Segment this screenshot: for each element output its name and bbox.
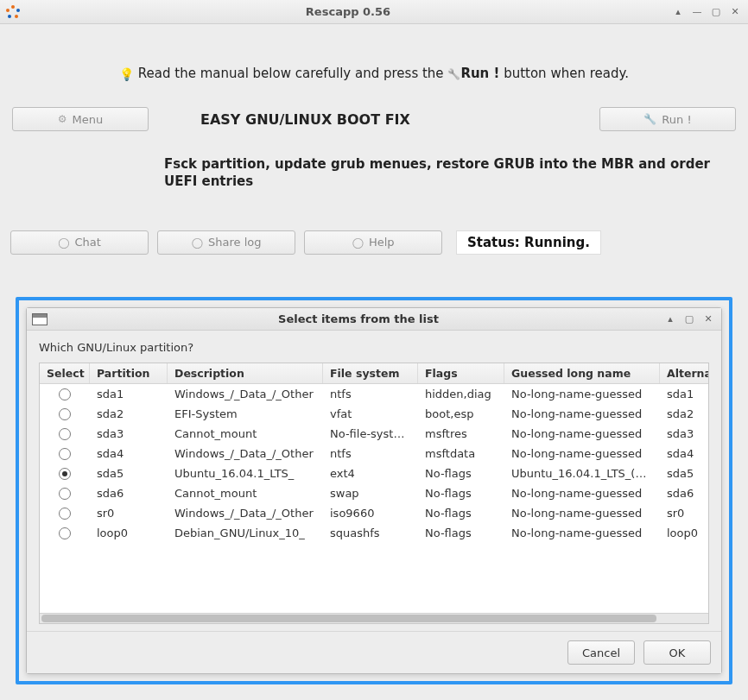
cell-filesystem: squashfs <box>323 527 418 539</box>
cell-filesystem: ntfs <box>323 388 418 400</box>
cell-guessed: Ubuntu_16.04.1_LTS_(16.04) <box>504 467 660 480</box>
svg-point-2 <box>15 15 18 18</box>
cell-select[interactable] <box>40 408 90 420</box>
cell-description: Windows_/_Data_/_Other <box>168 507 323 520</box>
cell-select[interactable] <box>40 527 90 539</box>
share-log-button-label: Share log <box>208 236 261 249</box>
cell-description: Windows_/_Data_/_Other <box>168 388 323 400</box>
cell-filesystem: swap <box>323 487 418 500</box>
cell-flags: hidden,diag <box>418 388 504 400</box>
cell-guessed: No-long-name-guessed <box>504 407 660 420</box>
table-body[interactable]: sda1Windows_/_Data_/_Otherntfshidden,dia… <box>40 384 708 613</box>
cell-flags: msftres <box>418 427 504 440</box>
hint-run-word: Run ! <box>460 66 499 81</box>
cell-alternat: sda4 <box>660 447 708 460</box>
table-row[interactable]: loop0Debian_GNU/Linux_10_squashfsNo-flag… <box>40 523 708 543</box>
chat-button-label: Chat <box>75 236 101 249</box>
cell-partition: sda6 <box>90 487 168 500</box>
cancel-button-label: Cancel <box>582 646 620 659</box>
run-button-label: Run ! <box>662 113 691 126</box>
cell-flags: boot,esp <box>418 407 504 420</box>
cell-guessed: No-long-name-guessed <box>504 487 660 500</box>
status-text: Status: Running. <box>456 230 601 255</box>
table-row[interactable]: sda6Cannot_mountswapNo-flagsNo-long-name… <box>40 483 708 503</box>
cell-flags: No-flags <box>418 527 504 539</box>
cell-partition: loop0 <box>90 527 168 539</box>
table-row[interactable]: sda5Ubuntu_16.04.1_LTS_ext4No-flagsUbunt… <box>40 464 708 483</box>
col-alternat[interactable]: Alternat <box>660 363 709 383</box>
svg-point-0 <box>11 5 15 9</box>
share-log-button[interactable]: ◯ Share log <box>157 230 295 255</box>
cancel-button[interactable]: Cancel <box>567 640 635 665</box>
cell-guessed: No-long-name-guessed <box>504 527 660 539</box>
ok-button[interactable]: OK <box>643 640 711 665</box>
radio-button[interactable] <box>59 468 71 480</box>
radio-button[interactable] <box>59 508 71 520</box>
cell-select[interactable] <box>40 448 90 460</box>
table-row[interactable]: sr0Windows_/_Data_/_Otheriso9660No-flags… <box>40 503 708 523</box>
help-button[interactable]: ◯ Help <box>304 230 442 255</box>
cell-select[interactable] <box>40 508 90 520</box>
cell-select[interactable] <box>40 488 90 500</box>
cell-alternat: sda3 <box>660 427 708 440</box>
col-partition[interactable]: Partition <box>90 363 168 383</box>
col-guessed[interactable]: Guessed long name <box>504 363 660 383</box>
cell-filesystem: ext4 <box>323 467 418 480</box>
cell-alternat: sda6 <box>660 487 708 500</box>
window-restore-icon[interactable]: — <box>689 5 705 19</box>
cell-partition: sda4 <box>90 447 168 460</box>
cell-alternat: sda5 <box>660 467 708 480</box>
run-button[interactable]: 🔧 Run ! <box>599 107 736 131</box>
window-titlebar: Rescapp 0.56 ▴ — ▢ ✕ <box>0 0 748 24</box>
window-close-icon[interactable]: ✕ <box>727 5 743 19</box>
radio-button[interactable] <box>59 488 71 500</box>
cell-select[interactable] <box>40 468 90 480</box>
horizontal-scrollbar[interactable] <box>40 613 708 623</box>
cell-partition: sr0 <box>90 507 168 520</box>
cell-partition: sda2 <box>90 407 168 420</box>
window-title: Rescapp 0.56 <box>26 5 670 18</box>
table-row[interactable]: sda1Windows_/_Data_/_Otherntfshidden,dia… <box>40 384 708 404</box>
cell-select[interactable] <box>40 388 90 400</box>
dialog-titlebar: Select items from the list ▴ ▢ ✕ <box>27 308 721 331</box>
cell-description: Cannot_mount <box>168 487 323 500</box>
cell-description: Ubuntu_16.04.1_LTS_ <box>168 467 323 480</box>
cell-alternat: sda1 <box>660 388 708 400</box>
dialog-maximize-icon[interactable]: ▢ <box>681 312 697 326</box>
help-button-label: Help <box>369 236 395 249</box>
cell-filesystem: ntfs <box>323 447 418 460</box>
cell-guessed: No-long-name-guessed <box>504 447 660 460</box>
radio-button[interactable] <box>59 448 71 460</box>
table-row[interactable]: sda3Cannot_mountNo-file-systemmsftresNo-… <box>40 424 708 444</box>
cell-guessed: No-long-name-guessed <box>504 507 660 520</box>
window-maximize-icon[interactable]: ▢ <box>708 5 724 19</box>
col-select[interactable]: Select <box>40 363 90 383</box>
col-flags[interactable]: Flags <box>418 363 504 383</box>
radio-button[interactable] <box>59 408 71 420</box>
menu-button[interactable]: ⚙ Menu <box>12 107 149 131</box>
col-description[interactable]: Description <box>168 363 323 383</box>
list-icon <box>32 313 48 325</box>
table-row[interactable]: sda4Windows_/_Data_/_OtherntfsmsftdataNo… <box>40 444 708 464</box>
hint-row: 💡 Read the manual below carefully and pr… <box>10 66 738 81</box>
chat-button[interactable]: ◯ Chat <box>10 230 149 255</box>
hint-prefix: Read the manual below carefully and pres… <box>138 66 448 81</box>
dialog-close-icon[interactable]: ✕ <box>700 312 716 326</box>
radio-button[interactable] <box>59 388 71 400</box>
table-row[interactable]: sda2EFI-Systemvfatboot,espNo-long-name-g… <box>40 404 708 424</box>
radio-button[interactable] <box>59 428 71 440</box>
menu-button-label: Menu <box>73 113 104 126</box>
svg-point-3 <box>8 15 11 18</box>
help-icon: ◯ <box>352 236 363 249</box>
dialog-minimize-icon[interactable]: ▴ <box>662 312 678 326</box>
window-minimize-icon[interactable]: ▴ <box>670 5 686 19</box>
radio-button[interactable] <box>59 527 71 539</box>
chat-icon: ◯ <box>58 236 69 249</box>
wrench-icon: 🔧 <box>447 68 460 80</box>
cell-flags: No-flags <box>418 487 504 500</box>
col-filesystem[interactable]: File system <box>323 363 418 383</box>
scrollbar-thumb[interactable] <box>41 615 656 622</box>
svg-point-1 <box>16 9 20 12</box>
cell-filesystem: No-file-system <box>323 427 418 440</box>
cell-select[interactable] <box>40 428 90 440</box>
